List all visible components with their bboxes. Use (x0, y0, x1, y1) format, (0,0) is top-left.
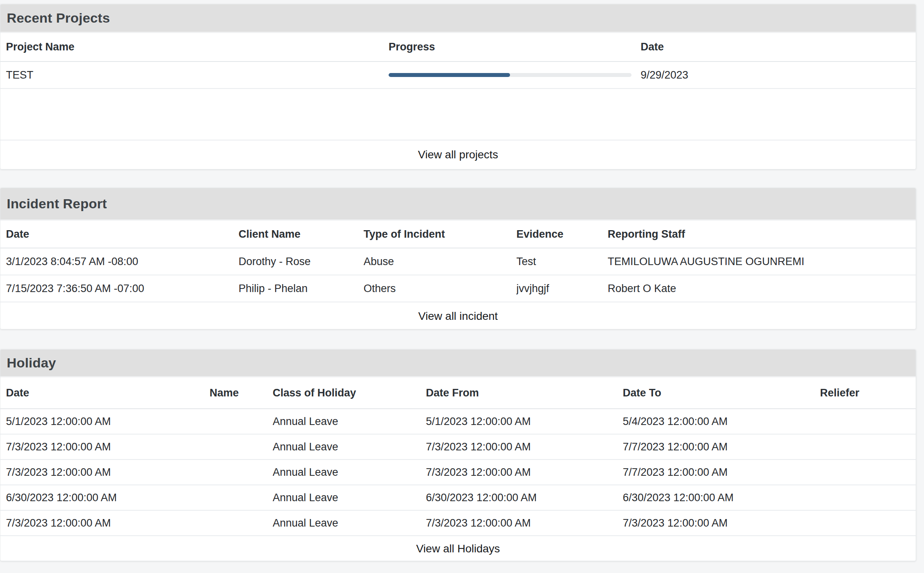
project-name-cell: TEST (6, 69, 389, 81)
incident-type-cell: Abuse (364, 256, 516, 268)
holiday-date-cell: 7/3/2023 12:00:00 AM (6, 517, 210, 529)
incident-evidence-cell: Test (516, 256, 608, 268)
column-header-name: Name (210, 387, 273, 399)
incident-client-name-cell: Philip - Phelan (239, 283, 364, 295)
column-header-class-of-holiday: Class of Holiday (273, 387, 426, 399)
holiday-date-from-cell: 7/3/2023 12:00:00 AM (426, 517, 623, 529)
incident-report-title: Incident Report (7, 196, 107, 212)
holiday-date-to-cell: 5/4/2023 12:00:00 AM (623, 415, 820, 428)
column-header-type-of-incident: Type of Incident (364, 228, 516, 240)
holiday-date-cell: 7/3/2023 12:00:00 AM (6, 441, 210, 453)
holiday-table-row: 7/3/2023 12:00:00 AM Annual Leave 7/3/20… (0, 460, 916, 485)
holiday-class-cell: Annual Leave (273, 517, 426, 529)
incident-date-cell: 7/15/2023 7:36:50 AM -07:00 (6, 283, 239, 295)
holiday-date-to-cell: 7/7/2023 12:00:00 AM (623, 466, 820, 479)
progress-bar-fill (389, 73, 510, 77)
holiday-table-row: 7/3/2023 12:00:00 AM Annual Leave 7/3/20… (0, 435, 916, 460)
project-progress-cell (389, 73, 641, 77)
column-header-client-name: Client Name (239, 228, 364, 240)
progress-bar-track (389, 73, 631, 77)
projects-table-body: TEST 9/29/2023 (0, 62, 916, 89)
incident-evidence-cell: jvvjhgjf (516, 283, 608, 295)
holiday-table-row: 5/1/2023 12:00:00 AM Annual Leave 5/1/20… (0, 409, 916, 435)
incident-table-row: 3/1/2023 8:04:57 AM -08:00 Dorothy - Ros… (0, 248, 916, 275)
column-header-date-to: Date To (623, 387, 820, 399)
holiday-table-row: 6/30/2023 12:00:00 AM Annual Leave 6/30/… (0, 485, 916, 511)
incident-table-header-row: Date Client Name Type of Incident Eviden… (0, 221, 916, 248)
view-all-projects-link[interactable]: View all projects (418, 148, 498, 161)
holiday-date-cell: 5/1/2023 12:00:00 AM (6, 415, 210, 428)
holiday-date-cell: 6/30/2023 12:00:00 AM (6, 492, 210, 504)
holiday-table-row: 7/3/2023 12:00:00 AM Annual Leave 7/3/20… (0, 511, 916, 536)
recent-projects-title: Recent Projects (7, 10, 110, 26)
holiday-date-to-cell: 7/3/2023 12:00:00 AM (623, 517, 820, 529)
projects-empty-space (0, 89, 916, 140)
column-header-date-from: Date From (426, 387, 623, 399)
column-header-project-name: Project Name (6, 41, 389, 53)
projects-footer: View all projects (0, 140, 916, 169)
incident-client-name-cell: Dorothy - Rose (239, 256, 364, 268)
holiday-header: Holiday (0, 350, 916, 377)
column-header-reliefer: Reliefer (820, 387, 916, 399)
holiday-class-cell: Annual Leave (273, 441, 426, 453)
holiday-panel: Holiday Date Name Class of Holiday Date … (0, 349, 916, 561)
projects-table-header-row: Project Name Progress Date (0, 33, 916, 62)
recent-projects-panel: Recent Projects Project Name Progress Da… (0, 4, 916, 169)
holiday-footer: View all Holidays (0, 537, 916, 561)
holiday-table-body: 5/1/2023 12:00:00 AM Annual Leave 5/1/20… (0, 409, 916, 536)
holiday-class-cell: Annual Leave (273, 466, 426, 479)
project-table-row: TEST 9/29/2023 (0, 62, 916, 89)
column-header-date: Date (6, 228, 239, 240)
column-header-date: Date (641, 41, 916, 53)
holiday-class-cell: Annual Leave (273, 492, 426, 504)
column-header-reporting-staff: Reporting Staff (608, 228, 916, 240)
column-header-evidence: Evidence (516, 228, 608, 240)
holiday-title: Holiday (7, 355, 56, 371)
holiday-date-cell: 7/3/2023 12:00:00 AM (6, 466, 210, 479)
incident-footer: View all incident (0, 302, 916, 329)
holiday-date-to-cell: 6/30/2023 12:00:00 AM (623, 492, 820, 504)
column-header-progress: Progress (389, 41, 641, 53)
holiday-date-from-cell: 6/30/2023 12:00:00 AM (426, 492, 623, 504)
incident-table-row: 7/15/2023 7:36:50 AM -07:00 Philip - Phe… (0, 275, 916, 302)
project-date-cell: 9/29/2023 (641, 69, 916, 81)
incident-report-header: Incident Report (0, 188, 916, 221)
incident-table-body: 3/1/2023 8:04:57 AM -08:00 Dorothy - Ros… (0, 248, 916, 302)
holiday-class-cell: Annual Leave (273, 415, 426, 428)
holiday-date-from-cell: 7/3/2023 12:00:00 AM (426, 466, 623, 479)
holiday-date-from-cell: 7/3/2023 12:00:00 AM (426, 441, 623, 453)
incident-reporting-staff-cell: TEMILOLUWA AUGUSTINE OGUNREMI (608, 256, 916, 268)
incident-type-cell: Others (364, 283, 516, 295)
incident-reporting-staff-cell: Robert O Kate (608, 283, 916, 295)
view-all-incident-link[interactable]: View all incident (418, 310, 498, 323)
view-all-holidays-link[interactable]: View all Holidays (416, 542, 500, 555)
holiday-table-header-row: Date Name Class of Holiday Date From Dat… (0, 377, 916, 409)
holiday-date-from-cell: 5/1/2023 12:00:00 AM (426, 415, 623, 428)
column-header-date: Date (6, 387, 210, 399)
incident-date-cell: 3/1/2023 8:04:57 AM -08:00 (6, 256, 239, 268)
incident-report-panel: Incident Report Date Client Name Type of… (0, 188, 916, 329)
recent-projects-header: Recent Projects (0, 4, 916, 33)
holiday-date-to-cell: 7/7/2023 12:00:00 AM (623, 441, 820, 453)
